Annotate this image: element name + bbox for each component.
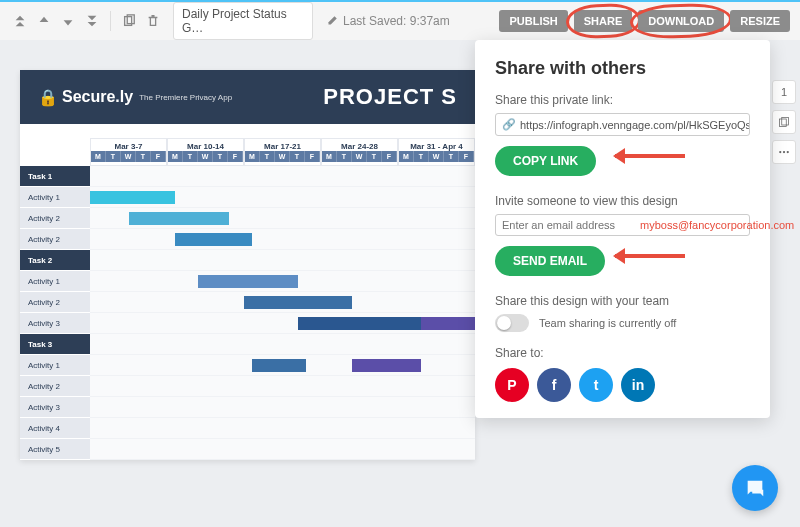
week-col: Mar 10-14MTWTF [167,138,244,166]
row-label: Task 1 [20,166,90,187]
row-label: Activity 2 [20,208,90,229]
gantt-bar[interactable] [90,191,175,204]
week-col: Mar 31 - Apr 4MTWTF [398,138,475,166]
row-label: Activity 2 [20,229,90,250]
copy-icon[interactable] [119,8,139,34]
task-row: Task 3 [20,334,475,355]
email-field[interactable]: myboss@fancycorporation.com [495,214,750,236]
publish-button[interactable]: PUBLISH [499,10,567,32]
editor-toolbar: Daily Project Status G… Last Saved: 9:37… [0,0,800,40]
gantt-bar[interactable] [244,296,352,309]
svg-point-6 [787,151,789,153]
twitter-button[interactable]: t [579,368,613,402]
brand-name: Secure.ly [62,88,133,106]
project-title: PROJECT S [323,84,457,110]
row-bars [90,208,475,229]
share-title: Share with others [495,58,750,79]
arrow-down-icon[interactable] [58,8,78,34]
row-bars [90,187,475,208]
brand-tagline: The Premiere Privacy App [139,93,232,102]
gantt-rows: Task 1Activity 1Activity 2Activity 2Task… [20,166,475,460]
row-label: Task 2 [20,250,90,271]
share-panel: Share with others Share this private lin… [475,40,770,418]
gantt-bar[interactable] [252,359,306,372]
last-saved: Last Saved: 9:37am [327,14,450,29]
linkedin-button[interactable]: in [621,368,655,402]
facebook-button[interactable]: f [537,368,571,402]
week-col: Mar 3-7MTWTF [90,138,167,166]
row-label: Activity 3 [20,313,90,334]
row-label: Activity 1 [20,355,90,376]
annotation-arrow [615,148,695,164]
document-title[interactable]: Daily Project Status G… [173,2,313,40]
email-input[interactable] [502,219,640,231]
rail-more-icon[interactable] [772,140,796,164]
row-label: Activity 3 [20,397,90,418]
page-number[interactable]: 1 [772,80,796,104]
gantt-bar[interactable] [298,317,421,330]
top-actions: PUBLISH SHARE DOWNLOAD RESIZE [499,10,790,32]
team-share-label: Share this design with your team [495,294,750,308]
team-toggle-status: Team sharing is currently off [539,317,676,329]
gantt-bar[interactable] [175,233,252,246]
row-bars [90,313,475,334]
row-label: Activity 4 [20,418,90,439]
row-bars [90,292,475,313]
row-bars [90,397,475,418]
activity-row: Activity 1 [20,355,475,376]
activity-row: Activity 2 [20,376,475,397]
annotation-arrow [615,248,695,264]
row-label: Activity 5 [20,439,90,460]
activity-row: Activity 3 [20,397,475,418]
share-button[interactable]: SHARE [574,10,633,32]
rail-duplicate-icon[interactable] [772,110,796,134]
collapse-up-icon[interactable] [10,8,30,34]
right-rail: 1 [768,80,800,164]
row-label: Activity 2 [20,292,90,313]
pinterest-button[interactable]: P [495,368,529,402]
gantt-bar[interactable] [421,317,475,330]
chat-fab[interactable] [732,465,778,511]
lock-icon: 🔒 [38,88,58,107]
row-bars [90,334,475,355]
trash-icon[interactable] [143,8,163,34]
activity-row: Activity 2 [20,292,475,313]
row-bars [90,250,475,271]
resize-button[interactable]: RESIZE [730,10,790,32]
copy-link-button[interactable]: COPY LINK [495,146,596,176]
email-sample: myboss@fancycorporation.com [640,219,794,231]
activity-row: Activity 1 [20,187,475,208]
week-headers: Mar 3-7MTWTFMar 10-14MTWTFMar 17-21MTWTF… [90,138,475,166]
row-label: Activity 1 [20,187,90,208]
activity-row: Activity 1 [20,271,475,292]
toolbar-separator [110,11,111,31]
row-bars [90,229,475,250]
team-toggle-row: Team sharing is currently off [495,314,750,332]
activity-row: Activity 3 [20,313,475,334]
team-toggle[interactable] [495,314,529,332]
task-row: Task 2 [20,250,475,271]
download-button[interactable]: DOWNLOAD [638,10,724,32]
gantt-bar[interactable] [352,359,421,372]
gantt-bar[interactable] [198,275,298,288]
share-link-field[interactable]: 🔗 https://infograph.venngage.com/pl/HkSG… [495,113,750,136]
activity-row: Activity 2 [20,208,475,229]
row-bars [90,418,475,439]
arrow-up-icon[interactable] [34,8,54,34]
row-label: Activity 1 [20,271,90,292]
svg-point-5 [783,151,785,153]
send-email-button[interactable]: SEND EMAIL [495,246,605,276]
row-bars [90,376,475,397]
row-label: Task 3 [20,334,90,355]
edit-icon [327,14,339,29]
gantt-bar[interactable] [129,212,229,225]
week-col: Mar 24-28MTWTF [321,138,398,166]
activity-row: Activity 2 [20,229,475,250]
invite-label: Invite someone to view this design [495,194,750,208]
gantt-header: 🔒 Secure.ly The Premiere Privacy App PRO… [20,70,475,124]
row-bars [90,439,475,460]
activity-row: Activity 5 [20,439,475,460]
social-buttons: P f t in [495,368,750,402]
collapse-down-icon[interactable] [82,8,102,34]
gantt-document[interactable]: 🔒 Secure.ly The Premiere Privacy App PRO… [20,70,475,460]
